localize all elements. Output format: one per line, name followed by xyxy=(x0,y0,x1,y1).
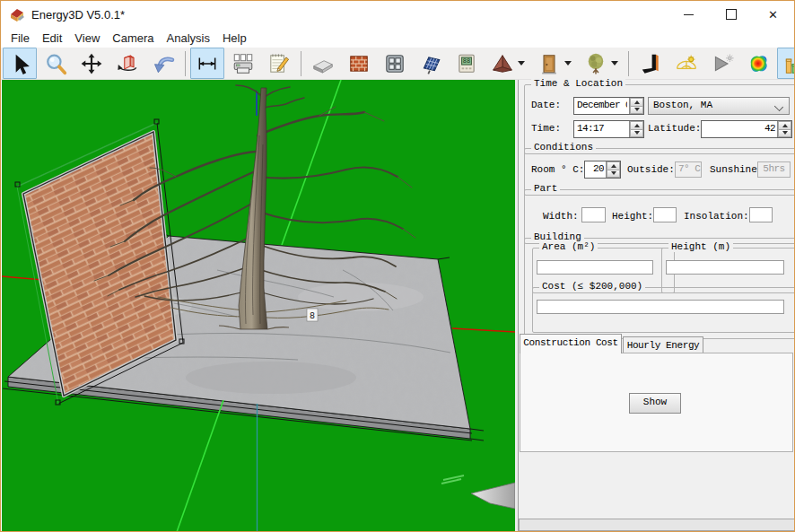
toolbar-separator xyxy=(301,51,301,76)
building-cost-field xyxy=(537,300,784,314)
tree-icon xyxy=(584,52,607,75)
energy3d-window: { "window": { "title": "Energy3D V5.0.1*… xyxy=(0,0,795,532)
time-spin-down[interactable] xyxy=(630,130,643,138)
date-spin-down[interactable] xyxy=(630,107,643,115)
time-spinner[interactable]: 14:17 xyxy=(573,120,644,138)
menu-edit[interactable]: Edit xyxy=(36,30,68,47)
time-spin-up[interactable] xyxy=(630,121,643,130)
app-logo-icon xyxy=(9,6,25,22)
window-element-button[interactable] xyxy=(378,48,412,79)
date-value: December 02 xyxy=(577,100,627,110)
part-height-label: Height: xyxy=(612,211,653,222)
pan-tool-button[interactable] xyxy=(74,48,109,79)
time-label: Time: xyxy=(531,123,561,134)
roof-button[interactable] xyxy=(485,48,530,79)
select-arrow-icon xyxy=(8,52,31,75)
undo-arrow-icon xyxy=(152,52,175,75)
room-temp-label: Room ° C: xyxy=(531,164,584,175)
roof-icon xyxy=(491,52,514,75)
tab-construction-cost[interactable]: Construction Cost xyxy=(520,334,622,353)
sensor-icon: 88 xyxy=(455,52,478,75)
tree-button[interactable] xyxy=(579,48,624,79)
show-button[interactable]: Show xyxy=(629,393,681,414)
measure-tool-button[interactable] xyxy=(190,48,224,79)
3d-viewport[interactable]: 8 xyxy=(2,80,515,532)
date-label: Date: xyxy=(531,100,561,110)
menu-analysis[interactable]: Analysis xyxy=(161,30,216,47)
time-value: 14:17 xyxy=(577,123,627,134)
menu-view[interactable]: View xyxy=(68,30,106,47)
room-temp-spin-buttons[interactable] xyxy=(606,161,620,178)
menu-help[interactable]: Help xyxy=(216,30,253,47)
brick-wall-icon xyxy=(347,52,371,75)
scene-content: 8 xyxy=(2,80,515,532)
pan-arrows-icon xyxy=(80,52,103,75)
building-cost-group: Cost (≤ $200,000) xyxy=(532,287,795,333)
foundation-button[interactable] xyxy=(306,48,340,79)
latitude-spin-buttons[interactable] xyxy=(777,121,791,137)
menu-camera[interactable]: Camera xyxy=(106,30,160,47)
zoom-tool-button[interactable] xyxy=(39,48,73,79)
rotate-tool-button[interactable] xyxy=(110,48,144,79)
latitude-spin-down[interactable] xyxy=(778,130,791,138)
door-icon xyxy=(537,52,561,75)
sun-animation-button[interactable] xyxy=(705,48,739,79)
time-location-legend: Time & Location xyxy=(531,78,625,89)
time-spin-buttons[interactable] xyxy=(629,121,643,137)
toolbar-separator xyxy=(628,51,629,76)
undo-button[interactable] xyxy=(146,48,180,79)
construction-cost-tab-panel: Show xyxy=(520,353,793,452)
outside-temp-label: Outside: xyxy=(627,164,675,175)
solar-panel-button[interactable] xyxy=(414,48,448,79)
date-spinner[interactable]: December 02 xyxy=(573,97,644,115)
sun-animation-icon xyxy=(711,52,734,75)
roof-dropdown-arrow[interactable] xyxy=(518,61,525,65)
latitude-spinner[interactable]: 42 xyxy=(701,120,792,138)
building-group: Building Area (m²) Height (m) Cost (≤ $2… xyxy=(524,238,795,339)
menu-bar: File Edit View Camera Analysis Help xyxy=(1,28,794,48)
latitude-spin-up[interactable] xyxy=(778,121,791,130)
close-button[interactable]: ✕ xyxy=(752,1,794,28)
chevron-down-icon xyxy=(774,102,783,111)
menu-file[interactable]: File xyxy=(4,30,36,47)
part-legend: Part xyxy=(531,183,560,194)
room-temp-spin-down[interactable] xyxy=(607,170,620,179)
door-dropdown-arrow[interactable] xyxy=(564,61,572,65)
sensor-button[interactable]: 88 xyxy=(450,48,484,79)
building-height-legend: Height (m) xyxy=(668,241,733,252)
tab-hourly-energy[interactable]: Hourly Energy xyxy=(623,336,703,353)
shadow-wall-button[interactable] xyxy=(633,48,668,79)
part-insolation-field xyxy=(749,207,773,222)
date-spin-buttons[interactable] xyxy=(629,98,643,114)
minimize-button[interactable] xyxy=(668,1,710,28)
part-insolation-label: Insolation: xyxy=(684,211,749,222)
city-combobox[interactable]: Boston, MA xyxy=(648,97,790,115)
part-width-field xyxy=(581,207,606,222)
sun-path-button[interactable] xyxy=(669,48,703,79)
date-spin-up[interactable] xyxy=(630,98,643,107)
tree-dropdown-arrow[interactable] xyxy=(611,61,618,65)
heatmap-button[interactable] xyxy=(741,48,775,79)
sensor-display-text: 88 xyxy=(463,57,470,65)
outside-temp-value: 7° C xyxy=(678,163,698,174)
select-tool-button[interactable] xyxy=(3,48,37,79)
part-height-field xyxy=(653,207,677,222)
part-width-label: Width: xyxy=(543,211,579,222)
print-preview-button[interactable] xyxy=(226,48,260,79)
wall-button[interactable] xyxy=(342,48,376,79)
magnifier-icon xyxy=(44,52,67,75)
room-temp-spin-up[interactable] xyxy=(607,161,620,170)
door-button[interactable] xyxy=(532,48,577,79)
annotate-button[interactable] xyxy=(262,48,296,79)
city-value: Boston, MA xyxy=(653,100,712,110)
window-panes-icon xyxy=(383,52,406,75)
building-area-field xyxy=(537,260,653,275)
sunshine-readout: 5hrs xyxy=(757,161,791,178)
measure-icon xyxy=(196,52,219,75)
tree-tag-text: 8 xyxy=(310,311,315,321)
maximize-button[interactable] xyxy=(710,1,752,28)
chart-button[interactable] xyxy=(777,48,795,79)
bar-chart-icon xyxy=(782,52,795,75)
sun-path-dome-icon xyxy=(675,52,698,75)
room-temp-spinner[interactable]: 20 xyxy=(584,161,621,179)
